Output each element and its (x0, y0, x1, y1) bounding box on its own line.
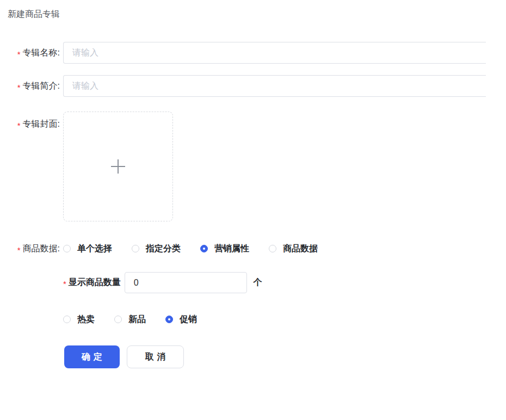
product-data-label: * 商品数据: (8, 243, 60, 255)
page-title: 新建商品专辑 (8, 8, 506, 20)
radio-option-marketing-attribute[interactable]: 营销属性 (200, 243, 249, 255)
confirm-button-label: 确定 (82, 351, 106, 363)
required-asterisk: * (63, 277, 66, 288)
radio-option-label: 热卖 (77, 314, 95, 325)
form-actions-row: 确定 取消 (64, 345, 506, 368)
radio-option-product-data[interactable]: 商品数据 (269, 243, 318, 255)
album-intro-row: * 专辑简介: (8, 75, 506, 97)
required-asterisk: * (17, 48, 21, 58)
radio-option-label: 指定分类 (146, 243, 181, 255)
radio-circle-icon (114, 316, 122, 323)
product-data-label-text: 商品数据: (23, 243, 60, 255)
required-asterisk: * (17, 119, 21, 129)
radio-circle-icon (269, 245, 276, 252)
confirm-button[interactable]: 确定 (64, 345, 120, 368)
radio-option-hot-sale[interactable]: 热卖 (63, 314, 95, 325)
marketing-tag-row: 热卖 新品 促销 (63, 313, 506, 325)
album-cover-label-text: 专辑封面: (23, 119, 60, 130)
radio-selected-icon (165, 316, 173, 323)
radio-option-label: 新品 (128, 314, 146, 325)
quantity-unit-label: 个 (254, 277, 262, 288)
radio-circle-icon (132, 245, 139, 252)
album-intro-label-text: 专辑简介: (23, 81, 60, 92)
radio-selected-icon (200, 245, 208, 252)
album-name-row: * 专辑名称: (8, 42, 506, 64)
radio-circle-icon (63, 316, 71, 323)
radio-option-label: 单个选择 (77, 243, 112, 255)
product-data-radio-group: 单个选择 指定分类 营销属性 商品数据 (63, 243, 318, 255)
radio-option-label: 营销属性 (214, 243, 249, 255)
album-name-label: * 专辑名称: (8, 47, 60, 59)
new-album-form: * 专辑名称: * 专辑简介: * 专辑封面: (0, 42, 506, 368)
radio-option-label: 促销 (180, 314, 197, 325)
album-intro-input[interactable] (63, 75, 486, 97)
cover-upload-area[interactable] (63, 112, 173, 221)
radio-option-label: 商品数据 (283, 243, 318, 255)
plus-icon (110, 159, 126, 174)
radio-option-specified-category[interactable]: 指定分类 (132, 243, 181, 255)
album-intro-label: * 专辑简介: (8, 81, 60, 92)
marketing-tag-radio-group: 热卖 新品 促销 (63, 314, 197, 325)
radio-option-promotion[interactable]: 促销 (165, 314, 197, 325)
cancel-button[interactable]: 取消 (127, 345, 184, 368)
display-quantity-row: * 显示商品数量 个 (63, 272, 506, 293)
cancel-button-label: 取消 (145, 351, 169, 363)
product-data-row: * 商品数据: 单个选择 指定分类 营销属性 商品数据 (8, 243, 506, 255)
required-asterisk: * (17, 244, 21, 254)
album-cover-row: * 专辑封面: (8, 112, 506, 221)
album-name-label-text: 专辑名称: (23, 47, 60, 59)
required-asterisk: * (17, 81, 21, 91)
display-quantity-label: 显示商品数量 (69, 277, 121, 288)
album-cover-label: * 专辑封面: (8, 112, 60, 130)
radio-option-new-product[interactable]: 新品 (114, 314, 146, 325)
album-name-input[interactable] (63, 42, 486, 64)
radio-option-single-select[interactable]: 单个选择 (63, 243, 112, 255)
display-quantity-input[interactable] (125, 272, 247, 293)
radio-circle-icon (63, 245, 71, 252)
